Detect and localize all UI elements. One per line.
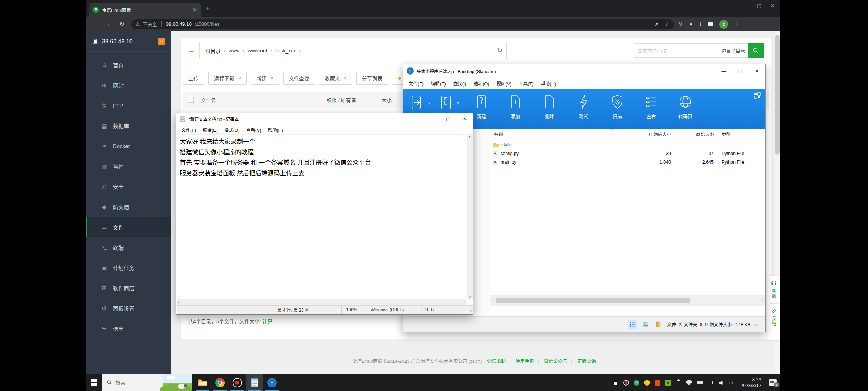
notification-center-icon[interactable]: 1 xyxy=(769,379,777,386)
thumbnail-view-toggle-icon[interactable] xyxy=(641,320,650,329)
bandizip-menu-view[interactable]: 视图(V) xyxy=(493,80,515,87)
customer-service-label[interactable]: 客服 xyxy=(770,288,777,299)
bandizip-tool-view[interactable]: 查看 xyxy=(637,94,665,119)
taskbar-screen-recorder[interactable] xyxy=(229,374,246,391)
bandizip-column-type[interactable]: 类型 xyxy=(718,131,765,138)
sidebar-item-files[interactable]: ▭文件 xyxy=(86,217,171,237)
breadcrumb-www[interactable]: www xyxy=(229,48,239,54)
notepad-menu-format[interactable]: 格式(O) xyxy=(221,126,243,133)
notepad-menu-file[interactable]: 文件(F) xyxy=(178,126,199,133)
browser-tab[interactable]: 宝塔Linux面板 ✕ xyxy=(89,3,201,17)
bandizip-column-original[interactable]: 原始大小 xyxy=(675,131,718,138)
tray-defender-icon[interactable]: ✕ xyxy=(686,379,692,386)
sidebar-item-firewall[interactable]: ◆防火墙 xyxy=(86,197,171,217)
notepad-close-button[interactable]: ✕ xyxy=(456,113,473,125)
taskbar-search-box[interactable] xyxy=(102,374,192,391)
browser-maximize-button[interactable]: ▢ xyxy=(757,3,761,8)
search-button[interactable] xyxy=(748,43,764,58)
archive-row-config-py[interactable]: config.py 39 37 Python File xyxy=(490,149,765,158)
bandizip-menu-edit[interactable]: 编辑(E) xyxy=(427,80,450,87)
tray-nvidia-icon[interactable] xyxy=(665,379,671,386)
notepad-maximize-button[interactable]: ▢ xyxy=(440,113,456,125)
bandizip-tool-codepage[interactable]: 代码页 xyxy=(671,94,699,119)
bandizip-horizontal-scrollbar[interactable]: ‹ › xyxy=(490,295,765,306)
browser-menu-icon[interactable]: ⋮ xyxy=(734,21,740,28)
file-find-button[interactable]: 文件查找 xyxy=(283,72,315,85)
sidebar-item-terminal[interactable]: >_终端 xyxy=(86,237,171,257)
bandizip-menu-find[interactable]: 查找(I) xyxy=(450,80,470,87)
sidebar-item-security[interactable]: ◎安全 xyxy=(86,176,171,197)
sidebar-item-home[interactable]: ⌂首页 xyxy=(86,55,171,75)
resize-grip[interactable] xyxy=(754,323,758,326)
back-icon[interactable]: ← xyxy=(86,21,100,28)
search-highlight-image[interactable] xyxy=(163,374,192,391)
sidebar-header[interactable]: ♜ 38.60.49.10 0 xyxy=(86,31,171,52)
scroll-left-icon[interactable]: ‹ xyxy=(493,298,494,302)
sidebar-item-cron[interactable]: ▣计划任务 xyxy=(86,257,171,278)
tray-volume-icon[interactable]: ◀) xyxy=(717,379,724,386)
bandizip-tool-scan[interactable]: 扫描 xyxy=(603,94,631,119)
notepad-menu-help[interactable]: 帮助(H) xyxy=(264,126,286,133)
share-list-button[interactable]: 分享列表 xyxy=(356,72,388,85)
bandizip-maximize-button[interactable]: ▢ xyxy=(732,64,749,78)
tray-music-icon[interactable] xyxy=(644,379,650,386)
breadcrumb-wwwroot[interactable]: wwwroot xyxy=(247,48,267,54)
footer-link-manual[interactable]: 使用手册 xyxy=(515,358,534,364)
tray-network-icon[interactable] xyxy=(707,379,713,386)
scroll-left-icon[interactable]: ‹ xyxy=(178,300,179,304)
resize-grip[interactable] xyxy=(468,310,472,313)
include-subdir-checkbox[interactable] xyxy=(714,48,719,53)
search-input[interactable] xyxy=(634,48,714,53)
select-all-checkbox[interactable] xyxy=(188,97,194,103)
notepad-title-bar[interactable]: *新建文本文档.txt - 记事本 — ▢ ✕ xyxy=(176,113,473,125)
side-panel-icon[interactable] xyxy=(708,22,713,26)
bandizip-title-bar[interactable]: 头像小程序后端.zip - Bandizip (Standard) — ▢ ✕ xyxy=(403,64,765,78)
downloads-icon[interactable]: ⤓ xyxy=(699,21,702,28)
extract-dropdown-caret-icon[interactable]: ∨ xyxy=(428,101,430,105)
notepad-horizontal-scrollbar[interactable]: ‹ › xyxy=(177,299,467,305)
taskbar-chrome[interactable] xyxy=(211,374,229,391)
bandizip-column-packed[interactable]: 压缩后大小 xyxy=(629,131,675,138)
tray-battery-icon[interactable] xyxy=(696,379,703,386)
upload-button[interactable]: 上传 xyxy=(183,72,204,85)
details-view-toggle-icon[interactable] xyxy=(628,320,637,329)
tray-qq-icon[interactable] xyxy=(612,379,619,386)
sidebar-item-ftp[interactable]: ⇅FTP xyxy=(86,95,171,115)
scroll-down-icon[interactable]: ∨ xyxy=(468,295,471,299)
footer-link-wechat[interactable]: 微信公众号 xyxy=(544,358,567,364)
extract-tool-group[interactable]: ∨ xyxy=(410,94,433,112)
bookmark-star-icon[interactable]: ☆ xyxy=(665,21,669,27)
bandizip-minimize-button[interactable]: — xyxy=(715,64,732,78)
scroll-right-icon[interactable]: › xyxy=(464,300,465,304)
new-file-button[interactable]: 新建 xyxy=(251,72,279,85)
extensions-puzzle-icon[interactable]: ✦ xyxy=(689,21,693,28)
bandizip-tool-add[interactable]: 添加 xyxy=(501,94,529,119)
sidebar-item-monitor[interactable]: ▥监控 xyxy=(86,156,171,176)
reload-icon[interactable]: ↻ xyxy=(115,20,129,28)
notepad-text-area[interactable]: 大家好 我来给大家录制一个 搭建微信头像小程序的教程 首先 需要准备一个服务器 … xyxy=(177,135,467,299)
taskbar-file-explorer[interactable] xyxy=(194,374,211,391)
tab-close-icon[interactable]: ✕ xyxy=(193,7,197,13)
new-tab-button[interactable]: + xyxy=(206,5,210,12)
footer-link-genuine[interactable]: 正版查询 xyxy=(577,358,596,364)
start-button[interactable] xyxy=(86,374,102,391)
scroll-right-icon[interactable]: › xyxy=(762,298,763,302)
forward-icon[interactable]: → xyxy=(100,21,115,28)
bandizip-menu-options[interactable]: 选项(O) xyxy=(470,80,493,87)
column-filename[interactable]: 文件名 xyxy=(201,96,216,104)
taskbar-notepad[interactable] xyxy=(246,374,263,391)
share-icon[interactable]: ↗ xyxy=(654,21,659,27)
breadcrumb-root[interactable]: 根目录 xyxy=(205,47,221,54)
archive-row-main-py[interactable]: main.py 1,040 2,645 Python File xyxy=(490,158,765,167)
bandizip-menu-help[interactable]: 帮助(H) xyxy=(537,80,559,87)
scroll-up-icon[interactable]: ∧ xyxy=(468,135,471,139)
remote-download-button[interactable]: 远程下载 xyxy=(208,72,247,85)
tray-usb-icon[interactable] xyxy=(675,379,682,386)
feedback-label[interactable]: 反馈 xyxy=(770,316,777,327)
notepad-minimize-button[interactable]: — xyxy=(423,113,440,125)
sidebar-item-database[interactable]: ▤数据库 xyxy=(86,115,171,136)
message-count-badge[interactable]: 0 xyxy=(158,38,165,45)
page-scrollbar-thumb[interactable] xyxy=(775,35,780,155)
profile-avatar[interactable]: z xyxy=(719,20,728,29)
archive-row-static[interactable]: static xyxy=(490,140,765,149)
